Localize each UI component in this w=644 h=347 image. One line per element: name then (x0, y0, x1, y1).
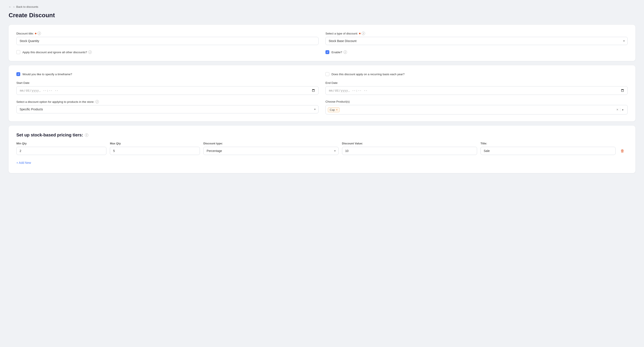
card-timeframe: Would you like to specify a timeframe? D… (8, 65, 636, 121)
tier-discount-type-select[interactable]: Percentage Fixed Amount (203, 147, 338, 155)
table-row: Percentage Fixed Amount ▾ 🗑 (16, 147, 628, 155)
discount-title-group: Discount title: i (16, 32, 318, 45)
page-title: Create Discount (8, 12, 636, 19)
recurring-row: Does this discount apply on a recurring … (326, 72, 628, 76)
multiselect-clear-icon[interactable]: × (615, 108, 620, 112)
discount-type-label: Select a type of discount: i (326, 32, 628, 35)
timeframe-row: Would you like to specify a timeframe? (16, 72, 318, 76)
discount-title-input[interactable] (16, 37, 318, 45)
max-qty-input[interactable] (110, 147, 200, 155)
tag-label: Cap (330, 108, 335, 111)
delete-tier-button[interactable]: 🗑 (619, 147, 626, 154)
choose-products-multiselect[interactable]: Cap × × ▾ (326, 105, 628, 114)
max-qty-header: Max Qty (110, 142, 200, 145)
enable-info-icon[interactable]: i (344, 51, 347, 54)
product-tag-cap: Cap × (328, 107, 340, 112)
discount-title-info-icon[interactable]: i (38, 32, 41, 35)
add-new-button[interactable]: + Add New (16, 159, 31, 166)
back-arrow-icon: ← (8, 5, 12, 9)
pricing-tiers-title: Set up stock-based pricing tiers: i (16, 133, 628, 138)
pricing-tiers-info-icon[interactable]: i (85, 133, 88, 137)
tier-table-headers: Min Qty Max Qty Discount type: Discount … (16, 142, 628, 145)
discount-option-select-wrapper: Specific Products All Products Categorie… (16, 105, 318, 113)
apply-ignore-row: Apply this discount and ignore all other… (16, 50, 318, 54)
enable-label: Enable? i (332, 51, 347, 54)
required-dot (35, 33, 36, 34)
choose-products-group: Choose Product(s) Cap × × ▾ (326, 100, 628, 114)
discount-value-header: Discount Value: (342, 142, 477, 145)
tier-discount-type-wrapper: Percentage Fixed Amount ▾ (203, 147, 338, 155)
end-date-label: End Date (326, 81, 628, 85)
apply-ignore-checkbox[interactable] (16, 50, 20, 54)
discount-title-label: Discount title: i (16, 32, 318, 35)
choose-products-label: Choose Product(s) (326, 100, 628, 103)
card-discount-info: Discount title: i Select a type of disco… (8, 25, 636, 61)
apply-ignore-label: Apply this discount and ignore all other… (22, 51, 92, 54)
discount-value-input[interactable] (342, 147, 477, 155)
start-date-input[interactable] (16, 86, 318, 95)
card-pricing-tiers: Set up stock-based pricing tiers: i Min … (8, 126, 636, 173)
start-date-group: Start Date (16, 81, 318, 95)
enable-checkbox[interactable] (326, 50, 329, 54)
enable-row: Enable? i (326, 50, 628, 54)
timeframe-label: Would you like to specify a timeframe? (22, 73, 72, 76)
discount-option-group: Select a discount option for applying to… (16, 100, 318, 114)
min-qty-header: Min Qty (16, 142, 106, 145)
tag-remove-cap[interactable]: × (336, 108, 338, 111)
discount-option-label: Select a discount option for applying to… (16, 100, 318, 104)
start-date-label: Start Date (16, 81, 318, 85)
trash-icon: 🗑 (620, 149, 624, 153)
required-dot-type (359, 33, 360, 34)
multiselect-actions: × ▾ (615, 108, 625, 112)
timeframe-checkbox[interactable] (16, 72, 20, 76)
recurring-label: Does this discount apply on a recurring … (332, 73, 404, 76)
back-link[interactable]: ← ← Back to discounts (8, 5, 636, 9)
discount-type-select[interactable]: Stock Base Discount Fixed Discount Perce… (326, 37, 628, 45)
discount-option-select[interactable]: Specific Products All Products Categorie… (16, 105, 318, 113)
multiselect-dropdown-icon[interactable]: ▾ (620, 108, 625, 111)
discount-option-info-icon[interactable]: i (96, 100, 99, 104)
end-date-input[interactable] (326, 86, 628, 95)
tier-title-input[interactable] (480, 147, 616, 155)
min-qty-input[interactable] (16, 147, 106, 155)
discount-type-group: Select a type of discount: i Stock Base … (326, 32, 628, 45)
discount-type-info-icon[interactable]: i (362, 32, 365, 35)
end-date-group: End Date (326, 81, 628, 95)
recurring-checkbox[interactable] (326, 72, 329, 76)
discount-type-header: Discount type: (203, 142, 338, 145)
apply-ignore-info-icon[interactable]: i (88, 51, 92, 54)
back-link-label: ← Back to discounts (13, 5, 38, 9)
title-header: Title: (480, 142, 616, 145)
discount-type-select-wrapper: Stock Base Discount Fixed Discount Perce… (326, 37, 628, 45)
